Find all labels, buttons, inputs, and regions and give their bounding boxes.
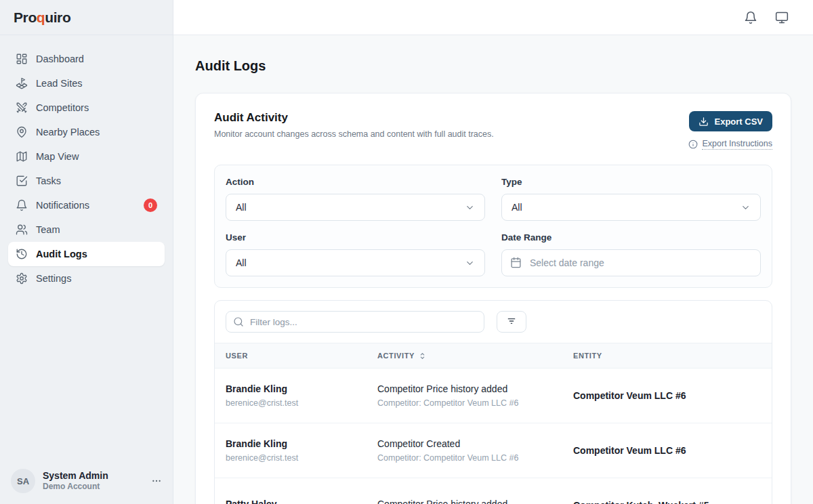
users-icon [16,224,28,236]
table-row[interactable]: Brandie Kling berenice@crist.test Compet… [215,423,772,478]
card-subtitle: Monitor account changes across schema an… [214,129,494,139]
sidebar-nav: Dashboard Lead Sites Competitors Nearby … [0,35,173,459]
notifications-badge: 0 [144,198,157,212]
monitor-icon[interactable] [775,11,789,24]
date-range-field: Date Range [501,232,761,276]
sidebar-item-competitors[interactable]: Competitors [8,96,165,120]
check-square-icon [16,175,28,187]
sidebar-item-lead-sites[interactable]: Lead Sites [8,71,165,96]
entity-cell: Competitor Veum LLC #6 [562,444,772,457]
action-filter-select[interactable]: All [226,194,485,221]
column-header-entity: ENTITY [562,343,772,368]
sidebar: Proquiro Dashboard Lead Sites Competitor… [0,0,173,504]
brand-logo-pre: Pro [14,9,37,25]
row-user-name: Brandie Kling [226,438,356,450]
row-user-name: Patty Haley [226,498,356,504]
row-user-name: Brandie Kling [226,383,356,395]
sidebar-item-label: Dashboard [36,54,84,64]
date-range-input[interactable] [501,249,761,276]
filter-panel: Action All Type All User Al [214,165,772,288]
lead-sites-icon [16,77,28,89]
sidebar-item-nearby-places[interactable]: Nearby Places [8,120,165,144]
column-header-activity-label: ACTIVITY [377,352,415,360]
table-row[interactable]: Brandie Kling berenice@crist.test Compet… [215,369,772,423]
gear-icon [16,272,28,285]
row-activity-title: Competitor Price history added [377,498,551,504]
sidebar-item-audit-logs[interactable]: Audit Logs [8,242,165,266]
sidebar-item-label: Nearby Places [36,127,100,138]
user-cell: Brandie Kling berenice@crist.test [215,438,367,463]
user-filter-field: User All [226,232,485,276]
brand-logo-post: uiro [45,9,70,25]
export-csv-label: Export CSV [714,117,763,127]
brand-logo: Proquiro [14,9,70,26]
sidebar-item-label: Lead Sites [36,78,83,89]
sort-icon[interactable] [418,352,427,360]
sidebar-item-settings[interactable]: Settings [8,266,165,291]
page-content: Audit Logs Audit Activity Monitor accoun… [173,35,813,504]
row-entity: Competitor Veum LLC #6 [573,390,761,402]
map-pin-icon [16,126,28,138]
user-name: System Admin [43,470,108,482]
avatar: SA [11,469,35,493]
sidebar-item-tasks[interactable]: Tasks [8,169,165,193]
export-instructions-label: Export Instructions [702,139,772,150]
sidebar-item-label: Team [36,224,60,235]
action-filter-label: Action [226,176,485,188]
bell-icon[interactable] [744,11,757,24]
row-activity-title: Competitor Price history added [377,383,551,395]
date-range-input-wrap [501,249,761,276]
logo-row: Proquiro [0,0,173,35]
card-header-actions: Export CSV Export Instructions [688,111,772,150]
logs-table-box: USER ACTIVITY ENTITY Brandie Kling beren… [214,300,772,504]
column-header-user-label: USER [226,352,248,360]
export-csv-button[interactable]: Export CSV [689,111,772,131]
activity-cell: Competitor Created Competitor: Competito… [367,438,562,463]
more-options-icon[interactable] [151,476,162,486]
sidebar-item-label: Audit Logs [36,249,87,259]
column-header-user: USER [215,343,367,368]
user-account: Demo Account [43,482,108,492]
brand-logo-accent: q [37,9,45,25]
column-header-activity[interactable]: ACTIVITY [367,343,562,368]
logs-search-input[interactable] [226,311,484,333]
sidebar-item-notifications[interactable]: Notifications 0 [8,193,165,217]
logs-search-row [215,301,772,343]
type-filter-label: Type [501,176,761,188]
card-header: Audit Activity Monitor account changes a… [214,111,772,150]
sidebar-user-card: SA System Admin Demo Account [0,459,173,504]
sidebar-item-label: Map View [36,151,79,162]
user-filter-label: User [226,232,485,243]
sidebar-item-dashboard[interactable]: Dashboard [8,47,165,71]
sidebar-item-label: Settings [36,273,71,284]
sidebar-item-label: Tasks [36,175,61,186]
action-filter-value: All [236,202,247,213]
row-entity: Competitor Veum LLC #6 [573,444,761,457]
column-header-entity-label: ENTITY [573,352,602,360]
chevron-down-icon [465,203,475,213]
sidebar-item-team[interactable]: Team [8,217,165,242]
bell-icon [16,199,28,211]
date-range-label: Date Range [501,232,761,243]
type-filter-field: Type All [501,176,761,221]
user-filter-value: All [236,257,247,268]
export-instructions-link[interactable]: Export Instructions [688,139,772,150]
info-icon [688,140,698,149]
type-filter-select[interactable]: All [501,194,761,221]
page-title: Audit Logs [195,58,791,74]
map-icon [16,150,28,163]
row-activity-detail: Competitor: Competitor Veum LLC #6 [377,453,551,463]
user-filter-select[interactable]: All [226,249,485,276]
sidebar-item-map-view[interactable]: Map View [8,144,165,169]
entity-cell: Competitor Veum LLC #6 [562,390,772,402]
user-cell: Patty Haley [215,498,367,504]
row-activity-title: Competitor Created [377,438,551,450]
dashboard-icon [16,53,28,65]
filter-button[interactable] [497,311,526,333]
table-row[interactable]: Patty Haley Competitor Price history add… [215,478,772,504]
row-activity-detail: Competitor: Competitor Veum LLC #6 [377,398,551,408]
card-title: Audit Activity [214,111,494,125]
sidebar-item-label: Competitors [36,102,89,113]
main-area: Audit Logs Audit Activity Monitor accoun… [173,0,813,504]
entity-cell: Competitor Kutch, Wuckert #5 [562,499,772,504]
